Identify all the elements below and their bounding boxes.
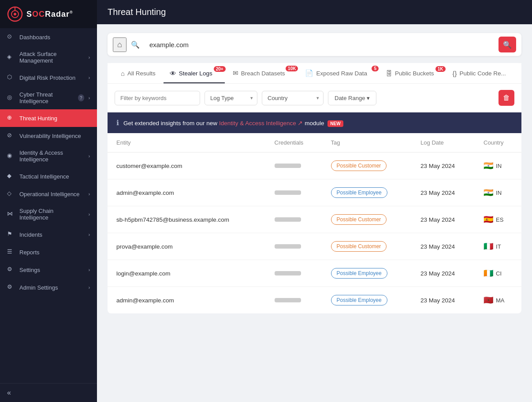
- main-content: Threat Hunting ⌂ 🔍 🔍 ⌂ All Results 👁 Ste…: [97, 0, 532, 402]
- nav-items: ⊙ Dashboards ◈ Attack Surface Management…: [0, 28, 97, 296]
- entity-cell: admin@example.com: [108, 179, 266, 206]
- country-cell: 🇮🇳 IN: [475, 153, 521, 179]
- entity-cell: login@example.com: [108, 260, 266, 287]
- tag-cell: Possible Employee: [322, 260, 412, 287]
- log-date-cell: 23 May 2024: [412, 287, 475, 314]
- tactical-icon: ◆: [7, 172, 15, 180]
- keyword-filter-input[interactable]: [115, 91, 200, 105]
- info-icon: ℹ: [116, 119, 119, 127]
- cyber-threat-icon: ◎: [7, 94, 15, 102]
- country-cell: 🇨🇮 CI: [475, 260, 521, 287]
- entity-cell: sb-h5pbm742785@business.example.com: [108, 206, 266, 233]
- entity-cell: customer@example.com: [108, 153, 266, 179]
- credentials-cell: [266, 233, 322, 260]
- credentials-cell: [266, 153, 322, 179]
- tag-cell: Possible Customer: [322, 233, 412, 260]
- credentials-cell: [266, 206, 322, 233]
- sidebar-item-label: Supply Chain Intelligence: [19, 208, 84, 221]
- entity-column-header: Entity: [108, 133, 266, 153]
- table-row: prova@example.com Possible Customer 23 M…: [108, 233, 521, 260]
- sidebar-item-cyber-threat[interactable]: ◎ Cyber Threat Intelligence ? ›: [0, 86, 97, 109]
- entity-cell: prova@example.com: [108, 233, 266, 260]
- sidebar-item-supply-chain[interactable]: ⋈ Supply Chain Intelligence ›: [0, 203, 97, 226]
- tab-all-results[interactable]: ⌂ All Results: [115, 63, 162, 83]
- tab-label: Public Code Re...: [460, 70, 506, 77]
- sidebar-item-incidents[interactable]: ⚑ Incidents ›: [0, 226, 97, 243]
- dashboard-icon: ⊙: [7, 33, 15, 41]
- tag-cell: Possible Customer: [322, 206, 412, 233]
- tab-public-buckets[interactable]: 🗄 Public Buckets 1K: [379, 63, 445, 83]
- info-banner-text: Get extended insights from our new Ident…: [123, 119, 343, 127]
- tab-breach-datasets[interactable]: ✉ Breach Datasets 10K: [227, 63, 298, 83]
- country-flag: 🇪🇸: [484, 215, 493, 224]
- search-button[interactable]: 🔍: [499, 37, 516, 52]
- digital-risk-icon: ⬡: [7, 74, 15, 82]
- page-title: Threat Hunting: [108, 7, 166, 17]
- chevron-icon: ›: [89, 232, 90, 237]
- chevron-icon: ›: [89, 154, 90, 159]
- stealer-logs-badge: 20+: [214, 66, 226, 72]
- credentials-cell: [266, 179, 322, 206]
- sidebar-item-reports[interactable]: ☰ Reports: [0, 243, 97, 261]
- new-badge: NEW: [327, 120, 343, 127]
- search-input[interactable]: [144, 37, 494, 52]
- admin-settings-icon: ⚙: [7, 283, 15, 291]
- country-code: IT: [496, 243, 501, 250]
- log-type-select[interactable]: Log Type: [205, 91, 257, 105]
- filters-bar: Log Type Country Date Range ▾ 🗑: [108, 83, 521, 112]
- tag-cell: Possible Customer: [322, 153, 412, 179]
- tab-public-code[interactable]: {} Public Code Re...: [446, 63, 512, 83]
- identity-access-link[interactable]: Identity & Access Intelligence ↗: [219, 120, 303, 127]
- log-date-cell: 23 May 2024: [412, 179, 475, 206]
- sidebar-item-label: Attack Surface Management: [19, 51, 84, 64]
- chevron-icon: ›: [89, 96, 90, 100]
- country-cell: 🇮🇹 IT: [475, 233, 521, 260]
- reports-icon: ☰: [7, 248, 15, 256]
- socradar-logo-icon: [7, 6, 23, 22]
- country-select[interactable]: Country: [262, 91, 324, 105]
- chevron-icon: ›: [89, 285, 90, 290]
- logo: SOCRadar®: [0, 0, 97, 28]
- country-flag: 🇮🇳: [484, 188, 493, 197]
- sidebar-item-label: Identity & Access Intelligence: [19, 149, 84, 163]
- tab-label: Public Buckets: [395, 70, 434, 77]
- tab-stealer-logs[interactable]: 👁 Stealer Logs 20+: [164, 63, 225, 83]
- sidebar-item-settings[interactable]: ⚙ Settings ›: [0, 261, 97, 279]
- sidebar-item-tactical[interactable]: ◆ Tactical Intelligence: [0, 168, 97, 185]
- sidebar-item-attack-surface[interactable]: ◈ Attack Surface Management ›: [0, 46, 97, 69]
- tag-cell: Possible Employee: [322, 179, 412, 206]
- chevron-icon: ›: [89, 268, 90, 272]
- country-column-header: Country: [475, 133, 521, 153]
- home-button[interactable]: ⌂: [113, 37, 126, 52]
- country-cell: 🇪🇸 ES: [475, 206, 521, 233]
- tab-label: Stealer Logs: [179, 70, 212, 77]
- credentials-cell: [266, 260, 322, 287]
- chevron-icon: ›: [89, 192, 90, 197]
- public-code-icon: {}: [453, 70, 457, 77]
- table-row: admin@example.com Possible Employee 23 M…: [108, 179, 521, 206]
- table-wrap: ⌂ All Results 👁 Stealer Logs 20+ ✉ Breac…: [108, 63, 521, 313]
- country-filter-wrap: Country: [262, 91, 324, 105]
- sidebar-item-admin-settings[interactable]: ⚙ Admin Settings ›: [0, 279, 97, 296]
- sidebar-item-vulnerability[interactable]: ⊘ Vulnerability Intelligence: [0, 127, 97, 145]
- entity-cell: admin@example.com: [108, 287, 266, 314]
- collapse-button[interactable]: «: [7, 389, 90, 397]
- sidebar-item-dashboards[interactable]: ⊙ Dashboards: [0, 28, 97, 46]
- tab-exposed-raw-data[interactable]: 📄 Exposed Raw Data 5: [299, 63, 378, 83]
- vulnerability-icon: ⊘: [7, 132, 15, 140]
- country-code: IN: [496, 190, 502, 196]
- info-banner: ℹ Get extended insights from our new Ide…: [108, 112, 521, 133]
- sidebar-item-threat-hunting[interactable]: ⊕ Threat Hunting: [0, 109, 97, 127]
- trash-icon: 🗑: [503, 94, 510, 102]
- incidents-icon: ⚑: [7, 231, 15, 238]
- sidebar-item-operational[interactable]: ◇ Operational Intelligence ›: [0, 185, 97, 203]
- country-flag: 🇲🇦: [484, 295, 493, 305]
- sidebar-item-digital-risk[interactable]: ⬡ Digital Risk Protection ›: [0, 69, 97, 86]
- tabs-bar: ⌂ All Results 👁 Stealer Logs 20+ ✉ Breac…: [108, 63, 521, 83]
- results-table: Entity Credentials Tag Log Date Country …: [108, 133, 521, 313]
- date-range-button[interactable]: Date Range ▾: [328, 91, 376, 105]
- sidebar-item-identity-access[interactable]: ◉ Identity & Access Intelligence ›: [0, 145, 97, 168]
- chevron-icon: ›: [89, 212, 90, 217]
- clear-filters-button[interactable]: 🗑: [499, 90, 514, 106]
- sidebar-item-label: Digital Risk Protection: [19, 74, 75, 81]
